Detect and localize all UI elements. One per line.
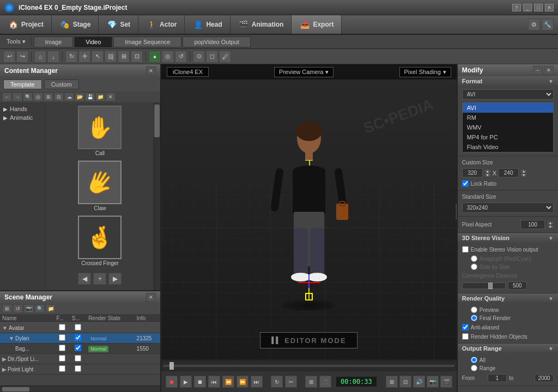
redo-btn[interactable]: ↪ — [16, 51, 28, 63]
cm-close-btn[interactable]: ✕ — [146, 66, 156, 75]
nav-actor[interactable]: 🚶 Actor — [138, 15, 185, 34]
tb7-btn[interactable]: ◻ — [206, 51, 218, 63]
minimize-button[interactable]: _ — [523, 4, 532, 11]
play-btn[interactable]: ▶ — [180, 376, 192, 388]
row-bag-frozen[interactable] — [54, 344, 69, 354]
tb4-btn[interactable]: ◎ — [162, 51, 174, 63]
tb2-btn[interactable]: ⊡ — [131, 51, 143, 63]
cm-prev-btn[interactable]: ◀ — [78, 273, 91, 285]
tb8-btn[interactable]: 🖊 — [219, 51, 231, 63]
row-bag-solo[interactable] — [70, 344, 86, 354]
loop-btn[interactable]: ↻ — [271, 376, 283, 388]
tb5-btn[interactable]: ↺ — [175, 51, 187, 63]
format-opt-wmv[interactable]: WMV — [463, 122, 553, 132]
row-avatar-frozen[interactable] — [54, 323, 69, 333]
sm-tool-5[interactable]: 📁 — [46, 304, 56, 313]
width-down[interactable]: ▼ — [484, 173, 491, 177]
undo-btn[interactable]: ↩ — [3, 51, 15, 63]
nav-animation[interactable]: 🎬 Animation — [231, 15, 292, 34]
rp-minimize-btn[interactable]: – — [533, 66, 543, 75]
sidebyside-radio[interactable] — [471, 264, 477, 270]
cm-tool-9[interactable]: 💾 — [85, 93, 95, 101]
format-opt-flash[interactable]: Flash Video — [463, 142, 553, 152]
table-row-dylan[interactable]: ▼Dylan Normal 21325 — [0, 333, 160, 344]
tb6-btn[interactable]: ⊙ — [193, 51, 205, 63]
help-button[interactable]: ? — [512, 4, 521, 11]
pa-down[interactable]: ▼ — [547, 225, 554, 229]
row-dylan-frozen[interactable] — [54, 333, 69, 344]
final-render-radio[interactable] — [471, 315, 477, 321]
cm-next-btn[interactable]: ▶ — [108, 273, 122, 285]
timeline-slider[interactable] — [163, 365, 454, 367]
tb1-btn[interactable]: ⊞ — [118, 51, 130, 63]
prev-frame-btn[interactable]: ⏮ — [208, 376, 220, 388]
right-panel-collapse[interactable]: ◀ — [456, 204, 457, 220]
range-radio[interactable] — [471, 365, 477, 371]
cm-tool-4[interactable]: ◎ — [33, 93, 43, 101]
clip-btn[interactable]: ✂ — [285, 376, 297, 388]
move-btn[interactable]: ✛ — [78, 51, 90, 63]
viewport[interactable]: iClone4 EX Preview Camera ▾ Pixel Shadin… — [161, 64, 457, 359]
row-avatar-solo[interactable] — [70, 323, 86, 333]
table-row-bag[interactable]: Bag... Normal 1550 — [0, 344, 160, 354]
row-dylan-solo[interactable] — [70, 333, 86, 344]
pa-up[interactable]: ▲ — [547, 221, 554, 225]
or-section-header[interactable]: Output Range ▼ — [458, 344, 558, 353]
pb-btn-a[interactable]: ⊞ — [305, 376, 317, 388]
cm-tool-7[interactable]: ☁ — [64, 93, 74, 101]
shading-dropdown[interactable]: Pixel Shading ▾ — [399, 67, 451, 77]
rp-close-btn[interactable]: ✕ — [544, 66, 554, 75]
cm-tool-10[interactable]: 📁 — [95, 93, 105, 101]
render-hidden-checkbox[interactable] — [462, 333, 469, 340]
stereo-section-header[interactable]: 3D Stereo Vision ▼ — [458, 233, 558, 243]
cm-tool-2[interactable]: → — [13, 93, 22, 101]
height-down[interactable]: ▼ — [520, 173, 527, 177]
anti-aliased-checkbox[interactable] — [462, 324, 469, 330]
cm-tab-custom[interactable]: Custom — [44, 79, 79, 89]
settings-btn[interactable]: ⚙ — [528, 19, 540, 30]
cm-thumb-call[interactable]: ✋ — [78, 106, 122, 149]
pb-icon-2[interactable]: ⊡ — [399, 376, 411, 388]
pb-icon-5[interactable]: 🎬 — [440, 376, 452, 388]
stop-btn[interactable]: ⏹ — [194, 376, 206, 388]
convergence-input[interactable] — [508, 281, 527, 290]
tb3-btn[interactable]: ● — [149, 51, 161, 63]
nav-project[interactable]: 🏠 Project — [0, 15, 52, 34]
sub-tab-image[interactable]: Image — [34, 36, 74, 47]
extra-btn[interactable]: 🔧 — [542, 19, 554, 30]
width-up[interactable]: ▲ — [484, 169, 491, 173]
height-up[interactable]: ▲ — [520, 169, 527, 173]
to-input[interactable] — [535, 374, 554, 382]
sm-tool-4[interactable]: 🔍 — [35, 304, 45, 313]
preview-radio[interactable] — [471, 307, 477, 313]
nav-export[interactable]: 📤 Export — [292, 15, 342, 34]
tools-menu[interactable]: Tools ▾ — [3, 38, 29, 45]
record-btn[interactable]: ⏺ — [166, 376, 178, 388]
table-row-pointlight[interactable]: ▶Point Light — [0, 364, 160, 375]
sub-tab-video[interactable]: Video — [74, 36, 112, 47]
format-opt-mp4[interactable]: MP4 for PC — [463, 132, 553, 142]
nav-head[interactable]: 👤 Head — [185, 15, 230, 34]
cm-tool-6[interactable]: ⊟ — [54, 93, 64, 101]
convergence-slider[interactable] — [462, 283, 506, 289]
timeline-thumb[interactable] — [169, 362, 174, 370]
sm-tool-1[interactable]: ⊞ — [2, 304, 12, 313]
width-input[interactable] — [462, 168, 483, 177]
sub-tab-image-sequence[interactable]: Image Sequence — [113, 36, 181, 47]
tree-item-animatic[interactable]: ▶ Animatic — [0, 113, 46, 122]
cm-tool-8[interactable]: 📂 — [75, 93, 84, 101]
cm-thumb-crossed[interactable]: 🤞 — [78, 216, 122, 259]
sub-tab-popvideo[interactable]: popVideo Output — [183, 36, 250, 47]
cm-tab-template[interactable]: Template — [3, 79, 42, 89]
table-row-avatar[interactable]: ▼Avatar — [0, 323, 160, 333]
pixel-aspect-input[interactable] — [520, 220, 545, 229]
cm-tool-11[interactable]: ✕ — [106, 93, 116, 101]
sm-close-btn[interactable]: ✕ — [146, 293, 156, 302]
anaglyph-radio[interactable] — [471, 255, 477, 262]
pb-icon-3[interactable]: 🔊 — [413, 376, 425, 388]
format-opt-avi[interactable]: AVI — [463, 103, 553, 113]
nav-stage[interactable]: 🎭 Stage — [52, 15, 99, 34]
ffwd-btn[interactable]: ⏩ — [236, 376, 248, 388]
all-radio[interactable] — [471, 357, 477, 363]
pb-btn-b[interactable]: 🎵 — [319, 376, 331, 388]
